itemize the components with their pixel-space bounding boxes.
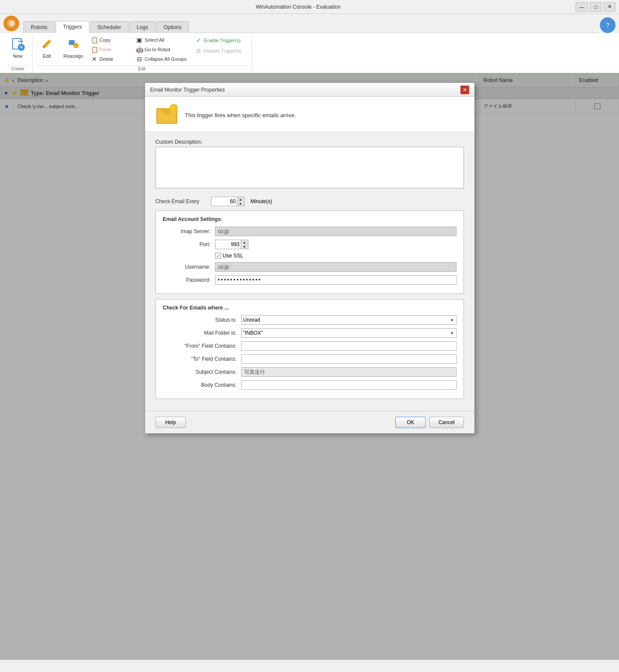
status-select[interactable]: Unread ▼ [241, 315, 457, 325]
app-logo: ⚙ [3, 16, 19, 31]
subject-input-display: 写真送付 [241, 367, 457, 377]
modal-backdrop: Email Monitor Trigger Properties ✕ ⚡ Thi… [0, 74, 619, 660]
help-button[interactable]: Help [156, 417, 186, 428]
title-bar-controls: — □ ✕ [576, 2, 616, 12]
check-emails-title: Check For Emails where ... [163, 305, 457, 311]
paste-label: Paste [99, 47, 112, 52]
mail-folder-label: Mail Folder is: [163, 330, 241, 336]
edit-button[interactable]: Edit [36, 35, 58, 61]
spin-down-button[interactable]: ▼ [237, 201, 244, 206]
from-field-input[interactable] [241, 341, 457, 351]
from-field-row: "From" Field Contains: [163, 341, 457, 351]
main-content: ⚡ ▲ Description ▲ Robot Name Enabled ▼ ⚡… [0, 74, 619, 660]
use-ssl-checkbox[interactable] [215, 253, 221, 259]
reassign-label: Reassign [63, 53, 83, 59]
copy-icon: 📋 [91, 36, 98, 43]
to-field-input[interactable] [241, 354, 457, 364]
create-group-label: Create [7, 65, 29, 71]
subject-row: Subject Contains: 写真送付 [163, 367, 457, 377]
dialog-title: Email Monitor Trigger Properties [150, 87, 225, 93]
close-button[interactable]: ✕ [603, 2, 616, 12]
ribbon-create-group: + New Create [3, 35, 33, 73]
port-label: Port: [163, 241, 215, 247]
tab-logs[interactable]: Logs [129, 21, 156, 33]
new-button[interactable]: + New [7, 35, 29, 61]
status-value-text: Unread [243, 317, 260, 323]
tab-scheduler[interactable]: Scheduler [90, 21, 129, 33]
copy-label: Copy [99, 37, 111, 43]
status-label: Status is: [163, 317, 241, 323]
collapse-all-icon: ⊟ [136, 56, 143, 63]
username-label: Username: [163, 264, 215, 270]
spin-up-button[interactable]: ▲ [237, 197, 244, 201]
spin-buttons: ▲ ▼ [237, 197, 245, 206]
go-to-robot-button[interactable]: 🤖 Go to Robot [134, 45, 189, 54]
lightning-badge-icon: ⚡ [169, 104, 178, 112]
svg-text:⚙: ⚙ [9, 20, 14, 27]
dialog-body: Custom Description: Check Email Every 60… [145, 132, 474, 411]
port-spinner: ▲ ▼ [215, 240, 248, 249]
subject-value-text: 写真送付 [244, 369, 265, 376]
mail-folder-row: Mail Folder is: "INBOX" ▼ [163, 328, 457, 338]
select-all-icon: ▣ [136, 36, 143, 43]
to-field-row: "To" Field Contains: [163, 354, 457, 364]
svg-text:+: + [20, 44, 23, 50]
check-email-spinner: 60 ▲ ▼ [211, 197, 245, 206]
password-row: Password: [163, 275, 457, 285]
select-all-button[interactable]: ▣ Select All [134, 36, 189, 44]
tab-robots[interactable]: Robots [23, 21, 55, 33]
svg-text:↔: ↔ [74, 43, 78, 48]
paste-button[interactable]: 📋 Paste [89, 45, 132, 54]
to-field-label: "To" Field Contains: [163, 356, 241, 362]
enable-triggers-button[interactable]: ✓ Enable Trigger(s) [193, 36, 244, 45]
copy-button[interactable]: 📋 Copy [89, 36, 132, 44]
trigger-type-icon: ⚡ [156, 104, 178, 126]
check-email-label: Check Email Every [156, 198, 208, 204]
dialog-close-button[interactable]: ✕ [460, 86, 469, 94]
enable-triggers-label: Enable Trigger(s) [204, 38, 240, 43]
ribbon-edit-group: Edit ↔ Reassign 📋 Copy [33, 35, 252, 73]
port-spin-buttons: ▲ ▼ [241, 240, 248, 249]
password-input[interactable] [215, 275, 457, 285]
enable-check-icon: ✓ [196, 37, 201, 44]
check-email-input[interactable]: 60 [211, 197, 237, 206]
tab-triggers[interactable]: Triggers [56, 21, 89, 33]
status-row: Status is: Unread ▼ [163, 315, 457, 325]
new-icon: + [11, 37, 25, 53]
ribbon-small-btns: 📋 Copy 📋 Paste ✕ Delete [89, 35, 132, 64]
email-monitor-dialog: Email Monitor Trigger Properties ✕ ⚡ Thi… [145, 82, 475, 434]
ok-button[interactable]: OK [395, 417, 426, 428]
port-input[interactable] [215, 240, 241, 249]
disable-triggers-label: Disable Trigger(s) [204, 48, 242, 53]
maximize-button[interactable]: □ [589, 2, 602, 12]
username-input[interactable] [215, 262, 457, 272]
disable-circle-icon: ⊘ [196, 47, 201, 54]
go-to-robot-label: Go to Robot [145, 47, 170, 52]
port-row: Port: ▲ ▼ [163, 240, 457, 249]
custom-description-section: Custom Description: [156, 139, 464, 190]
delete-icon: ✕ [91, 56, 98, 63]
header-description-text: This trigger fires when specific emails … [185, 112, 296, 119]
edit-icon [40, 37, 54, 53]
custom-description-input[interactable] [156, 147, 464, 188]
imap-server-row: Imap Server: [163, 227, 457, 236]
mail-folder-dropdown-arrow-icon: ▼ [450, 331, 454, 336]
username-row: Username: [163, 262, 457, 272]
mail-folder-select[interactable]: "INBOX" ▼ [241, 328, 457, 338]
tab-options[interactable]: Options [156, 21, 189, 33]
cancel-button[interactable]: Cancel [429, 417, 463, 428]
collapse-all-button[interactable]: ⊟ Collapse All Groups [134, 55, 189, 63]
email-account-settings-box: Email Account Settings: Imap Server: Por… [156, 211, 464, 294]
reassign-button[interactable]: ↔ Reassign [60, 35, 87, 61]
imap-server-input[interactable] [215, 227, 457, 236]
disable-triggers-button[interactable]: ⊘ Disable Trigger(s) [193, 46, 244, 56]
port-spin-down-button[interactable]: ▼ [241, 244, 248, 249]
minimize-button[interactable]: — [576, 2, 588, 12]
port-spin-up-button[interactable]: ▲ [241, 240, 248, 244]
use-ssl-label: Use SSL [223, 253, 243, 259]
new-label: New [13, 53, 23, 59]
ribbon-enable-group: ✓ Enable Trigger(s) ⊘ Disable Trigger(s) [190, 35, 248, 56]
dialog-footer-right: OK Cancel [395, 417, 463, 428]
delete-button[interactable]: ✕ Delete [89, 55, 132, 63]
body-input[interactable] [241, 380, 457, 390]
